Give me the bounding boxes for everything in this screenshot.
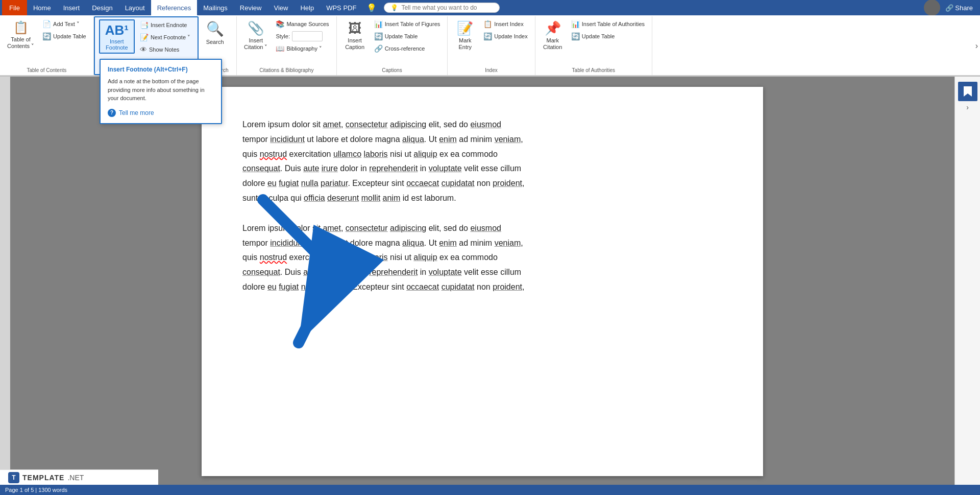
tooltip-description: Add a note at the bottom of the page pro… [108,77,214,103]
menu-wps-pdf[interactable]: WPS PDF [320,0,362,15]
paragraph-2: Lorem ipsum dolor sit amet, consectetur … [242,221,722,295]
footnotes-col: 📑 Insert Endnote 📝 Next Footnote ˅ 👁 Sho… [137,19,193,55]
menu-view[interactable]: View [267,0,294,15]
insert-table-of-figures-button[interactable]: 📊 Insert Table of Figures [371,18,444,30]
index-group-label: Index [448,66,534,73]
status-bar: Page 1 of 5 | 1300 words [0,485,980,495]
footnotes-buttons: AB¹ InsertFootnote 📑 Insert Endnote 📝 Ne… [99,19,193,65]
insert-footnote-button[interactable]: AB¹ InsertFootnote [99,19,135,54]
left-sidebar [0,77,10,486]
update-table-toc-button[interactable]: 🔄 Update Table [39,31,89,42]
menu-bar: File Home Insert Design Layout Reference… [0,0,980,15]
document-page: Lorem ipsum dolor sit amet, consectetur … [202,87,763,476]
insert-caption-button[interactable]: 🖼 InsertCaption [341,18,369,53]
document-area: Lorem ipsum dolor sit amet, consectetur … [0,77,980,486]
brand-name: TEMPLATE [22,474,64,482]
tooltip-title: Insert Footnote (Alt+Ctrl+F) [108,66,214,73]
insert-citation-button[interactable]: 📎 InsertCitation ˅ [241,18,271,53]
update-table-captions-button[interactable]: 🔄 Update Table [371,31,444,42]
menu-design[interactable]: Design [86,0,118,15]
menu-home[interactable]: Home [27,0,57,15]
update-table-authorities-button[interactable]: 🔄 Update Table [568,31,648,42]
document-page-wrapper[interactable]: Lorem ipsum dolor sit amet, consectetur … [10,77,954,486]
ribbon-group-toc: 📋 Table ofContents ˅ 📄 Add Text ˅ 🔄 Upda… [0,16,94,75]
file-menu[interactable]: File [2,0,27,15]
mark-citation-icon: 📌 [545,20,561,36]
update-index-button[interactable]: 🔄 Update Index [480,31,530,42]
menu-insert[interactable]: Insert [57,0,86,15]
search-button[interactable]: 🔍 Search [203,18,227,48]
ribbon-group-captions: 🖼 InsertCaption 📊 Insert Table of Figure… [337,16,448,75]
mark-citation-button[interactable]: 📌 MarkCitation [540,18,566,53]
brand-bar: T TEMPLATE.NET [0,469,158,485]
search-icon: 🔍 [206,20,224,38]
brand-suffix: .NET [67,474,84,482]
toc-group-label: Table of Contents [0,66,93,73]
authorities-group-label: Table of Authorities [535,66,652,73]
right-panel: › [954,77,980,486]
mark-entry-button[interactable]: 📝 MarkEntry [452,18,478,53]
citations-group-label: Citations & Bibliography [237,66,336,73]
tell-me-box[interactable]: 💡 [384,3,500,13]
menu-layout[interactable]: Layout [119,0,151,15]
tell-me-input[interactable] [401,4,493,11]
ribbon-group-index: 📝 MarkEntry 📋 Insert Index 🔄 Update Inde… [448,16,535,75]
bookmark-icon-svg [963,85,973,98]
captions-group-label: Captions [337,66,448,73]
paragraph-1: Lorem ipsum dolor sit amet, consectetur … [242,117,722,206]
style-input[interactable] [292,31,323,41]
menu-references[interactable]: References [151,0,197,15]
ribbon-group-citations: 📎 InsertCitation ˅ 📚 Manage Sources Styl… [237,16,337,75]
footnote-icon: AB¹ [105,22,129,38]
menu-items: Home Insert Design Layout References Mai… [27,0,362,15]
insert-endnote-button[interactable]: 📑 Insert Endnote [137,19,193,31]
tooltip-link[interactable]: ? Tell me more [108,109,214,117]
add-text-button[interactable]: 📄 Add Text ˅ [39,18,89,30]
menu-review[interactable]: Review [234,0,268,15]
toc-icon: 📋 [13,20,29,35]
next-footnote-button[interactable]: 📝 Next Footnote ˅ [137,32,193,43]
citation-icon: 📎 [248,20,264,36]
manage-sources-button[interactable]: 📚 Manage Sources [273,18,332,30]
toc-col: 📄 Add Text ˅ 🔄 Update Table [39,18,89,42]
style-selector[interactable]: Style: [273,31,332,42]
ribbon-scroll-right[interactable]: › [973,16,980,75]
mark-entry-icon: 📝 [457,20,473,36]
caption-icon: 🖼 [348,20,361,36]
ribbon-group-authorities: 📌 MarkCitation 📊 Insert Table of Authori… [535,16,652,75]
cross-reference-button[interactable]: 🔗 Cross-reference [371,43,444,54]
toc-buttons: 📋 Table ofContents ˅ 📄 Add Text ˅ 🔄 Upda… [4,18,89,66]
insert-table-of-authorities-button[interactable]: 📊 Insert Table of Authorities [568,18,648,30]
bibliography-button[interactable]: 📖 Bibliography ˅ [273,43,332,54]
menu-mailings[interactable]: Mailings [197,0,234,15]
status-text: Page 1 of 5 | 1300 words [5,487,67,493]
brand-logo: T [8,472,19,483]
bookmark-button[interactable] [958,82,977,101]
help-icon: ? [108,109,116,117]
show-notes-button[interactable]: 👁 Show Notes [137,44,193,55]
menu-help[interactable]: Help [294,0,320,15]
right-arrow-button[interactable]: › [966,103,969,111]
table-of-contents-button[interactable]: 📋 Table ofContents ˅ [4,18,37,52]
share-button[interactable]: 🔗 Share [945,4,973,12]
menu-right: 🔗 Share [924,0,978,16]
insert-footnote-tooltip: Insert Footnote (Alt+Ctrl+F) Add a note … [100,59,222,124]
insert-index-button[interactable]: 📋 Insert Index [480,18,530,30]
